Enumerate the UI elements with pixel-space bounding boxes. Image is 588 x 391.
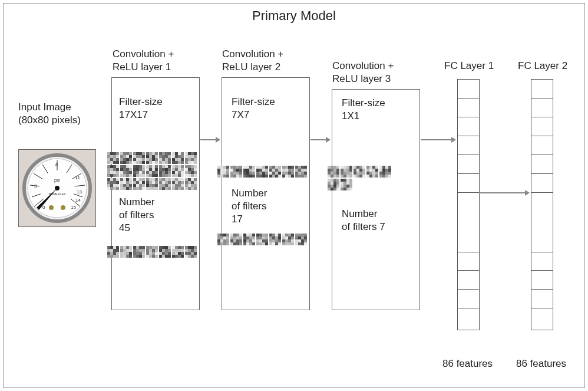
conv3-filter-size-label: Filter-size [342,97,385,109]
conv3-num-label1: Number [342,208,377,219]
fc-cell [531,136,553,155]
conv1-filter-grid-top [107,152,197,190]
filter-tile [133,165,145,177]
diagram-title: Primary Model [4,8,584,24]
conv3-box: Filter-size 1X1 Number of filters 7 [332,89,420,310]
fc1-features: 86 features [442,357,493,370]
conv3-num-filters: Number of filters 7 [342,208,385,234]
fc2-features: 86 features [516,357,566,370]
filter-tile [341,179,352,190]
filter-tile [120,246,132,258]
svg-text:11: 11 [75,175,80,180]
conv2-num-label1: Number [232,188,267,199]
svg-point-18 [55,186,60,190]
conv2-num-filters: Number of filters 17 [232,187,267,226]
fc2-column [531,79,553,330]
fc-cell [458,308,479,330]
conv1-title-line2: ReLU layer 1 [113,61,171,73]
filter-tile [256,166,268,178]
input-image-label-line1: Input Image [18,101,71,113]
filter-tile [282,166,294,178]
filter-tile [328,179,339,190]
conv2-num-label2: of filters [232,201,267,212]
conv1-box: Filter-size 17X17 Number of filters 45 [111,77,200,310]
filter-tile [217,166,229,178]
fc-cell [458,290,479,308]
filter-tile [282,234,294,245]
filter-tile [146,246,158,258]
fc-cell [531,80,553,98]
fc-cell [458,136,479,155]
filter-tile [133,246,145,258]
fc-cell [458,252,479,271]
arrow-conv1-conv2 [200,139,216,140]
filter-tile [230,166,242,178]
filter-tile [354,166,365,178]
svg-text:3: 3 [34,183,37,189]
conv2-box: Filter-size 7X7 Number of filters 17 [222,77,310,310]
filter-tile [172,165,184,177]
fc-cell [458,271,479,290]
filter-tile [269,234,281,245]
filter-tile [230,234,242,245]
conv1-filter-size: Filter-size 17X17 [119,96,163,121]
filter-tile [256,234,268,245]
filter-tile [341,166,352,178]
conv2-title-line2: ReLU layer 2 [222,61,280,73]
fc-cell [531,290,553,308]
filter-tile [107,178,119,190]
filter-tile [107,246,119,258]
svg-text:13: 13 [77,189,82,195]
svg-text:psi: psi [54,178,60,183]
conv1-filter-size-value: 17X17 [119,109,148,120]
filter-tile [159,178,171,190]
filter-tile [120,178,132,190]
diagram-frame: Primary Model Input Image (80x80 pixels) [3,3,585,388]
conv1-filter-grid-bottom [107,246,197,258]
conv1-title-line1: Convolution + [113,48,174,60]
filter-tile [159,152,171,164]
filter-tile [243,166,255,178]
filter-tile [133,178,145,190]
fc-cell [458,174,479,193]
filter-tile [328,166,339,178]
filter-tile [185,178,197,190]
filter-tile [172,178,184,190]
fc-cell [531,271,553,290]
conv3-title-line2: ReLU layer 3 [332,73,391,84]
filter-tile [185,165,197,177]
fc-cell [458,98,479,117]
conv3-filter-size-value: 1X1 [342,110,359,121]
fc1-title: FC Layer 1 [444,60,494,73]
arrow-conv3-fc1 [421,139,452,140]
conv1-num-value: 45 [119,222,130,234]
conv1-title: Convolution + ReLU layer 1 [113,48,174,74]
conv3-filter-size: Filter-size 1X1 [342,97,385,123]
filter-tile [243,234,255,245]
filter-tile [159,246,171,258]
conv2-filter-size-value: 7X7 [232,109,249,120]
conv1-num-filters: Number of filters 45 [119,196,154,235]
fc-ellipsis-gap [458,193,479,252]
conv1-num-label1: Number [119,196,154,208]
conv2-filter-grid-top [217,166,307,178]
svg-text:15: 15 [71,205,76,210]
input-image-label-line2: (80x80 pixels) [18,114,81,126]
filter-tile [146,165,158,177]
filter-tile [172,152,184,164]
filter-tile [295,166,307,178]
svg-point-19 [49,205,54,210]
conv2-filter-size-label: Filter-size [232,96,275,107]
svg-point-20 [61,205,65,210]
conv1-num-label2: of filters [119,209,154,221]
arrow-fc1-fc2 [480,192,526,193]
filter-tile [379,166,391,178]
filter-tile [146,178,158,190]
gauge-image: psi HOME-FLEX 0 3 8 11 13 14 15 [19,150,95,226]
conv2-title-line1: Convolution + [222,48,283,60]
svg-text:14: 14 [75,198,81,203]
svg-text:8: 8 [55,162,58,167]
fc-cell [458,155,479,174]
conv3-title: Convolution + ReLU layer 3 [332,60,394,86]
filter-tile [185,246,197,258]
